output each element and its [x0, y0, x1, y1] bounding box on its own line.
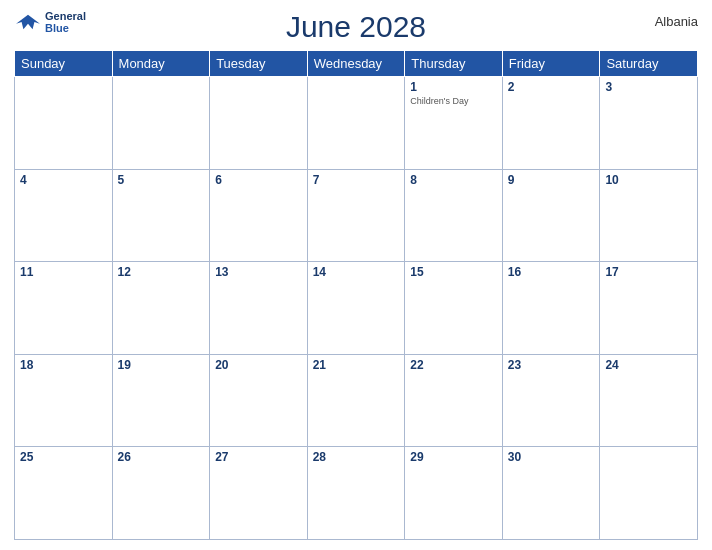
calendar-cell: 16	[502, 262, 600, 355]
day-number: 13	[215, 265, 302, 279]
calendar-cell: 3	[600, 77, 698, 170]
day-number: 15	[410, 265, 497, 279]
calendar-week-5: 252627282930	[15, 447, 698, 540]
calendar-cell: 24	[600, 354, 698, 447]
day-number: 26	[118, 450, 205, 464]
day-number: 6	[215, 173, 302, 187]
day-number: 30	[508, 450, 595, 464]
day-number: 5	[118, 173, 205, 187]
calendar-cell: 2	[502, 77, 600, 170]
calendar-body: 1Children's Day2345678910111213141516171…	[15, 77, 698, 540]
calendar-cell: 9	[502, 169, 600, 262]
calendar-header: General Blue June 2028 Albania	[14, 10, 698, 44]
calendar-cell: 10	[600, 169, 698, 262]
holiday-label: Children's Day	[410, 96, 497, 106]
logo-area: General Blue	[14, 10, 86, 34]
day-number: 1	[410, 80, 497, 94]
day-number: 24	[605, 358, 692, 372]
calendar-table: SundayMondayTuesdayWednesdayThursdayFrid…	[14, 50, 698, 540]
calendar-header-row: SundayMondayTuesdayWednesdayThursdayFrid…	[15, 51, 698, 77]
weekday-header-wednesday: Wednesday	[307, 51, 405, 77]
day-number: 7	[313, 173, 400, 187]
calendar-cell: 19	[112, 354, 210, 447]
calendar-cell: 8	[405, 169, 503, 262]
weekday-header-saturday: Saturday	[600, 51, 698, 77]
svg-marker-0	[16, 15, 40, 30]
day-number: 3	[605, 80, 692, 94]
calendar-cell	[112, 77, 210, 170]
day-number: 28	[313, 450, 400, 464]
day-number: 16	[508, 265, 595, 279]
calendar-cell: 15	[405, 262, 503, 355]
calendar-week-3: 11121314151617	[15, 262, 698, 355]
day-number: 12	[118, 265, 205, 279]
day-number: 18	[20, 358, 107, 372]
calendar-title: June 2028	[286, 10, 426, 44]
weekday-header-monday: Monday	[112, 51, 210, 77]
calendar-cell	[210, 77, 308, 170]
calendar-cell	[307, 77, 405, 170]
calendar-cell: 22	[405, 354, 503, 447]
calendar-cell: 7	[307, 169, 405, 262]
logo-line2: Blue	[45, 22, 86, 34]
day-number: 22	[410, 358, 497, 372]
day-number: 11	[20, 265, 107, 279]
calendar-cell	[600, 447, 698, 540]
calendar-cell: 14	[307, 262, 405, 355]
calendar-week-4: 18192021222324	[15, 354, 698, 447]
calendar-cell: 29	[405, 447, 503, 540]
calendar-cell: 26	[112, 447, 210, 540]
country-label: Albania	[655, 14, 698, 29]
day-number: 14	[313, 265, 400, 279]
day-number: 23	[508, 358, 595, 372]
logo-icon	[14, 11, 42, 33]
calendar-cell: 18	[15, 354, 113, 447]
calendar-week-2: 45678910	[15, 169, 698, 262]
day-number: 2	[508, 80, 595, 94]
calendar-cell: 30	[502, 447, 600, 540]
day-number: 4	[20, 173, 107, 187]
day-number: 8	[410, 173, 497, 187]
day-number: 21	[313, 358, 400, 372]
day-number: 20	[215, 358, 302, 372]
calendar-cell: 5	[112, 169, 210, 262]
calendar-cell: 11	[15, 262, 113, 355]
day-number: 9	[508, 173, 595, 187]
day-number: 17	[605, 265, 692, 279]
day-number: 19	[118, 358, 205, 372]
day-number: 29	[410, 450, 497, 464]
calendar-cell	[15, 77, 113, 170]
calendar-cell: 4	[15, 169, 113, 262]
logo-line1: General	[45, 10, 86, 22]
calendar-week-1: 1Children's Day23	[15, 77, 698, 170]
calendar-cell: 20	[210, 354, 308, 447]
calendar-container: General Blue June 2028 Albania SundayMon…	[0, 0, 712, 550]
calendar-cell: 17	[600, 262, 698, 355]
day-number: 10	[605, 173, 692, 187]
calendar-cell: 1Children's Day	[405, 77, 503, 170]
weekday-header-thursday: Thursday	[405, 51, 503, 77]
day-number: 25	[20, 450, 107, 464]
weekday-header-friday: Friday	[502, 51, 600, 77]
calendar-cell: 13	[210, 262, 308, 355]
calendar-cell: 21	[307, 354, 405, 447]
calendar-cell: 6	[210, 169, 308, 262]
calendar-cell: 27	[210, 447, 308, 540]
calendar-cell: 25	[15, 447, 113, 540]
weekday-header-sunday: Sunday	[15, 51, 113, 77]
weekday-header-tuesday: Tuesday	[210, 51, 308, 77]
calendar-cell: 12	[112, 262, 210, 355]
calendar-cell: 23	[502, 354, 600, 447]
calendar-cell: 28	[307, 447, 405, 540]
day-number: 27	[215, 450, 302, 464]
